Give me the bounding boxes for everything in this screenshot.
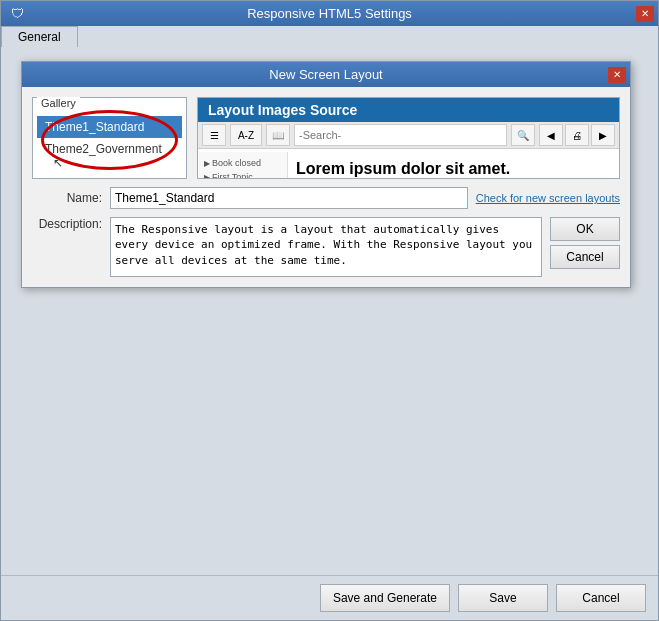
- preview-sidebar: ▶ Book closed ▶ First Topic ▶ Book close…: [198, 152, 288, 178]
- gallery-list: Theme1_Standard Theme2_Government ↖: [33, 112, 186, 178]
- gallery-item-theme1[interactable]: Theme1_Standard: [37, 116, 182, 138]
- preview-header: Layout Images Source: [198, 98, 619, 122]
- modal-close-button[interactable]: ✕: [608, 67, 626, 83]
- save-button[interactable]: Save: [458, 584, 548, 612]
- nav-right-btn[interactable]: ▶: [591, 124, 615, 146]
- gallery-item-theme2[interactable]: Theme2_Government ↖: [37, 138, 182, 174]
- name-input[interactable]: [110, 187, 468, 209]
- modal-overlay: New Screen Layout ✕ Gallery Theme1_Stand…: [1, 51, 658, 575]
- outer-titlebar: 🛡 Responsive HTML5 Settings ✕: [1, 1, 658, 26]
- search-input[interactable]: [294, 124, 507, 146]
- outer-close-button[interactable]: ✕: [636, 6, 654, 22]
- sidebar-item-book-closed[interactable]: ▶ Book closed: [202, 156, 283, 170]
- name-field-row: Name: Check for new screen layouts: [32, 187, 620, 209]
- cursor-icon: ↖: [53, 156, 63, 170]
- sidebar-item-first-topic[interactable]: ▶ First Topic: [202, 170, 283, 179]
- gallery-panel: Gallery Theme1_Standard Theme2_Governmen…: [32, 97, 187, 179]
- check-layouts-link[interactable]: Check for new screen layouts: [476, 192, 620, 204]
- ok-button[interactable]: OK: [550, 217, 620, 241]
- description-textarea[interactable]: The Responsive layout is a layout that a…: [110, 217, 542, 277]
- preview-toolbar: ☰ A-Z 📖 🔍 ◀ 🖨 ▶: [198, 122, 619, 149]
- outer-window: 🛡 Responsive HTML5 Settings ✕ General Ne…: [0, 0, 659, 621]
- save-generate-button[interactable]: Save and Generate: [320, 584, 450, 612]
- modal-titlebar: New Screen Layout ✕: [22, 62, 630, 87]
- sidebar-item-label-1: Book closed: [212, 158, 261, 168]
- name-label: Name:: [32, 191, 102, 205]
- outer-title: Responsive HTML5 Settings: [247, 6, 412, 21]
- tab-general[interactable]: General: [1, 26, 78, 47]
- modal-title: New Screen Layout: [269, 67, 382, 82]
- gallery-preview-row: Gallery Theme1_Standard Theme2_Governmen…: [32, 97, 620, 179]
- description-buttons: OK Cancel: [550, 217, 620, 269]
- nav-print-btn[interactable]: 🖨: [565, 124, 589, 146]
- preview-panel: Layout Images Source ☰ A-Z 📖 🔍 ◀ 🖨 ▶: [197, 97, 620, 179]
- gallery-label: Gallery: [37, 97, 80, 109]
- modal-body: Gallery Theme1_Standard Theme2_Governmen…: [22, 87, 630, 287]
- toolbar-book-btn[interactable]: 📖: [266, 124, 290, 146]
- description-label: Description:: [32, 217, 102, 231]
- gallery-item-label-1: Theme1_Standard: [45, 120, 144, 134]
- modal-dialog: New Screen Layout ✕ Gallery Theme1_Stand…: [21, 61, 631, 288]
- cancel-inner-button[interactable]: Cancel: [550, 245, 620, 269]
- preview-main: Lorem ipsum dolor sit amet. Consectetur …: [288, 152, 619, 178]
- description-row: Description: The Responsive layout is a …: [32, 217, 620, 277]
- preview-main-heading: Lorem ipsum dolor sit amet.: [296, 160, 611, 178]
- bottom-bar: Save and Generate Save Cancel: [1, 575, 658, 620]
- toolbar-menu-btn[interactable]: ☰: [202, 124, 226, 146]
- nav-left-btn[interactable]: ◀: [539, 124, 563, 146]
- app-icon: 🛡: [9, 6, 25, 22]
- cancel-button[interactable]: Cancel: [556, 584, 646, 612]
- toolbar-az-btn[interactable]: A-Z: [230, 124, 262, 146]
- sidebar-item-label-2: First Topic: [212, 172, 253, 179]
- nav-buttons: ◀ 🖨 ▶: [539, 124, 615, 146]
- gallery-item-label-2: Theme2_Government: [45, 142, 162, 156]
- tab-bar: General: [1, 26, 658, 47]
- search-icon[interactable]: 🔍: [511, 124, 535, 146]
